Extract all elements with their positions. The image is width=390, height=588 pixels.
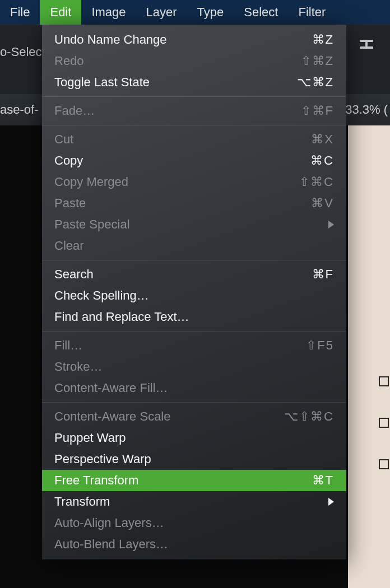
submenu-arrow-icon xyxy=(328,498,334,506)
menu-item-fill: Fill…⇧F5 xyxy=(42,335,346,356)
menu-type[interactable]: Type xyxy=(187,0,234,25)
menu-item-content-aware-scale: Content-Aware Scale⌥⇧⌘C xyxy=(42,406,346,427)
auto-select-label: o-Select xyxy=(0,45,45,59)
menu-item-shortcut: ⇧⌘F xyxy=(301,104,334,118)
menu-item-paste: Paste⌘V xyxy=(42,193,346,214)
menu-item-label: Fade… xyxy=(54,104,301,118)
menu-filter[interactable]: Filter xyxy=(288,0,336,25)
menu-item-toggle-last-state[interactable]: Toggle Last State⌥⌘Z xyxy=(42,72,346,93)
menu-item-label: Copy Merged xyxy=(54,175,299,189)
menu-separator xyxy=(42,260,346,260)
menu-item-auto-blend-layers: Auto-Blend Layers… xyxy=(42,534,346,555)
menu-item-label: Toggle Last State xyxy=(54,75,297,90)
menu-item-shortcut: ⌘T xyxy=(312,473,334,488)
menu-item-label: Undo Name Change xyxy=(54,32,312,47)
menu-item-label: Find and Replace Text… xyxy=(54,310,334,324)
menu-item-shortcut: ⌘F xyxy=(312,267,334,282)
menu-item-label: Transform xyxy=(54,494,328,509)
menu-item-label: Content-Aware Fill… xyxy=(54,381,334,395)
document-tab-filename[interactable]: ase-of- xyxy=(0,94,38,125)
menu-item-transform[interactable]: Transform xyxy=(42,491,346,512)
menu-item-shortcut: ⌘V xyxy=(311,196,334,211)
menu-select[interactable]: Select xyxy=(234,0,288,25)
panel-checkbox[interactable] xyxy=(379,418,389,428)
menu-item-check-spelling[interactable]: Check Spelling… xyxy=(42,285,346,306)
align-left-edges-icon[interactable] xyxy=(360,40,373,52)
menu-item-shortcut: ⌘X xyxy=(311,132,334,147)
document-tab-zoom: 33.3% ( xyxy=(345,94,388,125)
menu-item-label: Free Transform xyxy=(54,473,312,488)
menu-item-shortcut: ⌥⌘Z xyxy=(297,75,334,90)
menu-item-search[interactable]: Search⌘F xyxy=(42,264,346,285)
menu-item-perspective-warp[interactable]: Perspective Warp xyxy=(42,449,346,470)
menu-item-label: Clear xyxy=(54,239,334,253)
menu-item-label: Copy xyxy=(54,153,310,168)
menu-item-puppet-warp[interactable]: Puppet Warp xyxy=(42,427,346,449)
menu-item-shortcut: ⇧F5 xyxy=(306,338,334,353)
menu-item-auto-align-layers: Auto-Align Layers… xyxy=(42,512,346,534)
menu-layer[interactable]: Layer xyxy=(136,0,187,25)
submenu-arrow-icon xyxy=(328,221,334,228)
menu-item-clear: Clear xyxy=(42,235,346,256)
menu-image[interactable]: Image xyxy=(81,0,136,25)
menu-edit[interactable]: Edit xyxy=(40,0,81,25)
menu-separator xyxy=(42,331,346,332)
menu-item-label: Perspective Warp xyxy=(54,452,334,466)
menu-item-label: Cut xyxy=(54,132,311,147)
menu-item-label: Auto-Blend Layers… xyxy=(54,537,334,552)
menu-item-copy[interactable]: Copy⌘C xyxy=(42,150,346,171)
menu-item-shortcut: ⌥⇧⌘C xyxy=(284,409,334,424)
menu-separator xyxy=(42,96,346,97)
menu-item-copy-merged: Copy Merged⇧⌘C xyxy=(42,171,346,193)
menu-item-cut: Cut⌘X xyxy=(42,129,346,150)
menu-separator xyxy=(42,125,346,125)
menu-item-content-aware-fill: Content-Aware Fill… xyxy=(42,377,346,399)
panel-checkbox[interactable] xyxy=(379,459,389,469)
menu-item-label: Paste Special xyxy=(54,217,328,232)
menu-item-redo: Redo⇧⌘Z xyxy=(42,50,346,72)
canvas-document[interactable] xyxy=(348,125,390,588)
menu-file[interactable]: File xyxy=(0,0,40,25)
menu-item-shortcut: ⌘Z xyxy=(312,32,334,47)
menu-item-shortcut: ⇧⌘C xyxy=(299,175,334,189)
menu-item-label: Search xyxy=(54,267,312,282)
menu-item-fade: Fade…⇧⌘F xyxy=(42,100,346,122)
menu-item-label: Check Spelling… xyxy=(54,288,334,303)
menu-item-stroke: Stroke… xyxy=(42,356,346,377)
menu-item-find-and-replace-text[interactable]: Find and Replace Text… xyxy=(42,306,346,328)
menu-item-label: Content-Aware Scale xyxy=(54,409,284,424)
menu-item-label: Redo xyxy=(54,54,301,68)
menu-item-label: Stroke… xyxy=(54,360,334,374)
menu-item-shortcut: ⌘C xyxy=(310,153,334,168)
edit-menu-dropdown: Undo Name Change⌘ZRedo⇧⌘ZToggle Last Sta… xyxy=(42,25,346,559)
menubar: FileEditImageLayerTypeSelectFilter xyxy=(0,0,390,25)
menu-item-undo-name-change[interactable]: Undo Name Change⌘Z xyxy=(42,29,346,50)
menu-item-shortcut: ⇧⌘Z xyxy=(301,54,334,68)
menu-item-paste-special: Paste Special xyxy=(42,214,346,235)
menu-item-label: Fill… xyxy=(54,338,306,353)
menu-item-label: Puppet Warp xyxy=(54,431,334,445)
menu-separator xyxy=(42,402,346,403)
menu-item-label: Auto-Align Layers… xyxy=(54,516,334,530)
menu-item-label: Paste xyxy=(54,196,311,211)
menu-item-free-transform[interactable]: Free Transform⌘T xyxy=(42,470,346,491)
panel-checkbox[interactable] xyxy=(379,376,389,386)
